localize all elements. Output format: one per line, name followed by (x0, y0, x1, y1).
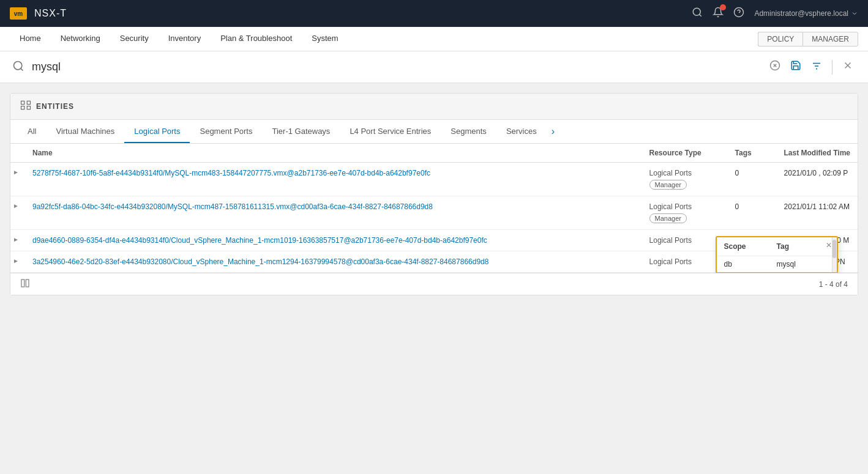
last-modified-cell: 2021/01/0 , 02:09 P (777, 163, 858, 196)
svg-line-5 (21, 68, 23, 70)
popup-tag-value: mysql (777, 260, 829, 268)
help-icon[interactable] (733, 7, 744, 21)
row-expander[interactable]: ► (10, 230, 25, 251)
tag-header: Tag (777, 242, 829, 251)
svg-point-0 (694, 8, 701, 15)
svg-rect-14 (21, 101, 24, 104)
topbar: vm NSX-T Administrator@vsphere.local (0, 0, 868, 27)
tags-cell-with-popup: 1 ✕ Scope Tag db mysql (728, 230, 777, 251)
svg-line-1 (700, 14, 702, 16)
main-content: ENTITIES All Virtual Machines Logical Po… (0, 83, 868, 305)
nav-item-plan-troubleshoot[interactable]: Plan & Troubleshoot (211, 27, 302, 51)
popup-scope-value: db (724, 260, 777, 268)
table-row: ► 5278f75f-4687-10f6-5a8f-e4434b9314f0/M… (10, 163, 858, 196)
tab-more-icon[interactable]: › (547, 120, 559, 143)
topbar-right: Administrator@vsphere.local (692, 7, 858, 21)
scope-header: Scope (724, 242, 777, 251)
svg-rect-15 (27, 101, 30, 104)
searchbar-search-icon (12, 60, 24, 75)
svg-point-4 (14, 61, 22, 69)
tab-virtual-machines[interactable]: Virtual Machines (46, 120, 124, 143)
username[interactable]: Administrator@vsphere.local (754, 9, 858, 18)
resource-type-cell: Logical Ports (649, 236, 720, 245)
last-modified-cell: 2021/01/1 11:02 AM (777, 196, 858, 230)
search-divider (832, 60, 832, 75)
close-search-button[interactable] (840, 59, 856, 75)
tags-cell: 0 (728, 163, 777, 196)
resource-type-cell: Logical Ports (649, 169, 720, 177)
col-last-modified: Last Modified Time (777, 144, 858, 163)
col-tags: Tags (728, 144, 777, 163)
svg-rect-19 (26, 280, 29, 287)
col-resource-type: Resource Type (642, 144, 728, 163)
mode-switcher: POLICY MANAGER (758, 32, 858, 46)
tags-cell: 0 (728, 196, 777, 230)
manager-badge: Manager (649, 213, 687, 223)
row-expander[interactable]: ► (10, 251, 25, 273)
tab-segments[interactable]: Segments (441, 120, 496, 143)
tab-all[interactable]: All (18, 120, 46, 143)
manager-mode-button[interactable]: MANAGER (803, 32, 858, 46)
navbar: Home Networking Security Inventory Plan … (0, 27, 868, 51)
nav-item-networking[interactable]: Networking (51, 27, 110, 51)
clear-search-button[interactable] (767, 59, 783, 75)
policy-mode-button[interactable]: POLICY (758, 32, 803, 46)
searchbar (0, 51, 868, 83)
entities-icon (20, 100, 31, 113)
tag-popup-row: db mysql (717, 256, 837, 272)
result-count: 1 - 4 of 4 (819, 280, 848, 289)
entities-title: ENTITIES (36, 102, 74, 111)
tag-popup-header: Scope Tag (717, 237, 837, 256)
table-row: ► d9ae4660-0889-6354-df4a-e4434b9314f0/C… (10, 230, 858, 251)
manager-badge: Manager (649, 180, 687, 190)
topbar-left: vm NSX-T (10, 7, 67, 20)
svg-rect-17 (27, 106, 30, 109)
nav-item-system[interactable]: System (302, 27, 348, 51)
save-search-button[interactable] (788, 59, 804, 75)
row-name-link[interactable]: d9ae4660-0889-6354-df4a-e4434b9314f0/Clo… (32, 236, 487, 245)
notification-badge (720, 4, 726, 10)
tab-tier1-gateways[interactable]: Tier-1 Gateways (262, 120, 340, 143)
app-title: NSX-T (34, 8, 67, 19)
search-actions (767, 59, 856, 75)
row-name-link[interactable]: 9a92fc5f-da86-04bc-34fc-e4434b932080/MyS… (32, 202, 433, 211)
svg-rect-18 (21, 280, 24, 287)
tab-services[interactable]: Services (496, 120, 547, 143)
popup-scrollbar[interactable] (832, 237, 837, 272)
row-name-link[interactable]: 3a254960-46e2-5d20-83ef-e4434b932080/Clo… (32, 257, 488, 266)
nav-item-home[interactable]: Home (10, 27, 51, 51)
filter-button[interactable] (809, 59, 825, 75)
resource-type-cell: Logical Ports (649, 202, 720, 211)
entities-header: ENTITIES (10, 94, 858, 120)
vm-logo: vm (10, 7, 27, 20)
notifications-icon[interactable] (713, 7, 724, 21)
search-icon[interactable] (692, 7, 703, 21)
nav-item-inventory[interactable]: Inventory (159, 27, 211, 51)
table-footer: 1 - 4 of 4 (10, 273, 858, 295)
tabs-row: All Virtual Machines Logical Ports Segme… (10, 120, 858, 144)
svg-rect-16 (21, 106, 24, 109)
row-name-link[interactable]: 5278f75f-4687-10f6-5a8f-e4434b9314f0/MyS… (32, 169, 430, 177)
results-table: Name Resource Type Tags Last Modified Ti… (10, 144, 858, 273)
col-name: Name (25, 144, 642, 163)
columns-toggle-icon[interactable] (20, 278, 30, 290)
resource-type-cell: Logical Ports (649, 257, 720, 266)
scroll-thumb (832, 240, 836, 258)
entities-section: ENTITIES All Virtual Machines Logical Po… (10, 93, 858, 295)
tag-popup: ✕ Scope Tag db mysql (716, 236, 838, 273)
nav-item-security[interactable]: Security (110, 27, 159, 51)
navbar-left: Home Networking Security Inventory Plan … (10, 27, 348, 51)
row-expander[interactable]: ► (10, 163, 25, 196)
table-row: ► 9a92fc5f-da86-04bc-34fc-e4434b932080/M… (10, 196, 858, 230)
search-input[interactable] (32, 61, 760, 73)
tab-l4-port-service-entries[interactable]: L4 Port Service Entries (340, 120, 441, 143)
tab-logical-ports[interactable]: Logical Ports (124, 120, 190, 143)
row-expander[interactable]: ► (10, 196, 25, 230)
tab-segment-ports[interactable]: Segment Ports (190, 120, 262, 143)
